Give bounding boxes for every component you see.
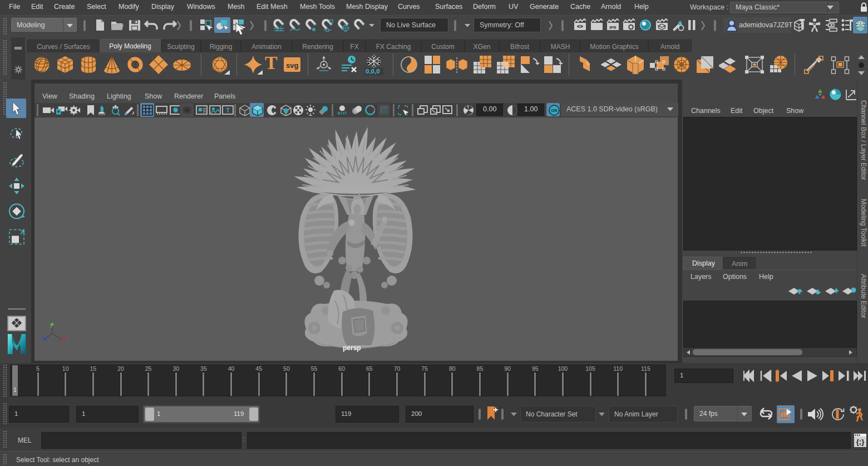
- svg-text:y: y: [50, 321, 53, 328]
- svg-text:ON: ON: [551, 108, 558, 113]
- svg-text:T: T: [226, 107, 230, 114]
- svg-text:{;}: {;}: [856, 438, 864, 446]
- svg-text:z: z: [41, 333, 45, 340]
- svg-text:IPR: IPR: [609, 25, 617, 30]
- svg-text:x: x: [65, 333, 68, 340]
